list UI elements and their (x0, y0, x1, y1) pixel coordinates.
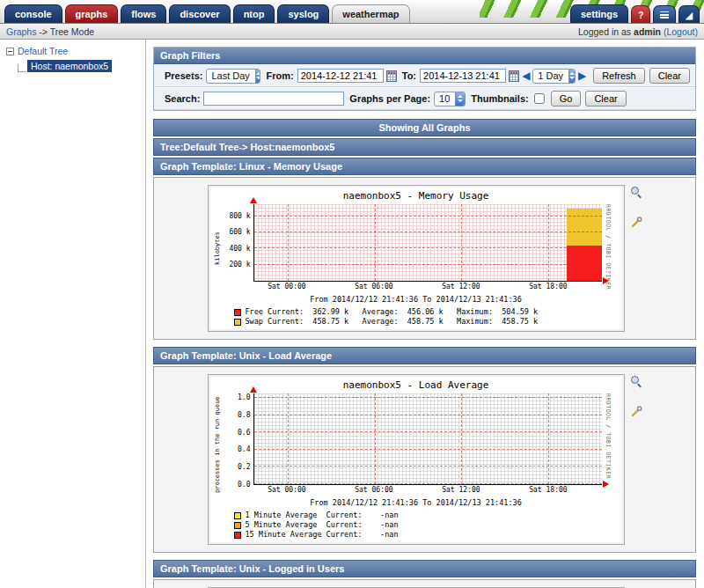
tree-path-value: Default Tree-> (183, 142, 250, 152)
shift-right-icon[interactable]: ▶ (578, 70, 586, 81)
to-input[interactable] (420, 69, 506, 83)
y-axis-ticks: 0.00.20.40.60.81.0 (224, 393, 253, 485)
logged-in-user: admin (634, 26, 661, 37)
rrd-graph-load-average[interactable]: naemonbox5 - Load Average processes in t… (208, 374, 625, 545)
tab-console[interactable]: console (4, 4, 62, 23)
calendar-icon[interactable] (509, 70, 519, 82)
tab-discover[interactable]: discover (169, 4, 230, 23)
presets-select[interactable]: Last Day (206, 69, 260, 84)
graph-template-header: Graph Template: Unix - Load Average (153, 347, 696, 364)
logged-in-prefix: Logged in as (578, 26, 634, 37)
graph-title: naemonbox5 - Load Average (211, 379, 621, 391)
collapse-icon[interactable] (6, 48, 14, 55)
graph-legend: Free Current: 362.99 k Average: 456.06 k… (234, 307, 621, 327)
logout-link[interactable]: (Logout) (664, 26, 698, 37)
tree-branch-icon (18, 64, 26, 72)
x-axis-ticks: Sat 00:00Sat 06:00Sat 12:00Sat 18:00 (253, 283, 602, 293)
tab-bar: console graphs flows discover ntop syslo… (0, 0, 704, 24)
plot-area (253, 393, 602, 485)
per-page-value: 10 (435, 92, 455, 106)
tab-syslog[interactable]: syslog (277, 4, 329, 23)
legend-text: 15 Minute Average Current: -nan (246, 530, 399, 540)
tab-weathermap[interactable]: weathermap (332, 4, 409, 23)
tree-root-link[interactable]: Default Tree (18, 46, 68, 56)
graph-filters-title: Graph Filters (154, 48, 695, 64)
select-stepper-icon (455, 92, 465, 106)
tab-ntop[interactable]: ntop (233, 4, 275, 23)
legend-text: 1 Minute Average Current: -nan (246, 511, 399, 520)
y-axis-ticks: 200 k400 k600 k800 k (224, 204, 253, 282)
from-label: From: (266, 70, 293, 81)
graph-action-icons (631, 185, 642, 243)
filter-row-time: Presets: Last Day From: To: ◀ 1 Day ▶ Re… (154, 64, 695, 87)
rrd-graph-memory-usage[interactable]: naemonbox5 - Memory Usage kilobytes 200 … (208, 185, 625, 332)
to-label: To: (402, 70, 416, 81)
graph-action-icons (631, 374, 642, 432)
wrench-icon[interactable] (631, 406, 642, 417)
tree-root-item: Default Tree (0, 46, 145, 56)
shift-left-icon[interactable]: ◀ (522, 70, 530, 81)
wrench-icon[interactable] (631, 217, 642, 228)
refresh-button[interactable]: Refresh (593, 68, 645, 84)
filter-row-search: Search: Graphs per Page: 10 Thumbnails: … (154, 87, 695, 110)
graph-legend: 1 Minute Average Current: -nan5 Minute A… (234, 511, 621, 540)
legend-text: 5 Minute Average Current: -nan (246, 520, 399, 530)
help-icon: ? (638, 12, 643, 19)
tab-flows[interactable]: flows (121, 4, 166, 23)
breadcrumb-graphs-link[interactable]: Graphs (6, 26, 36, 37)
y-axis-label: kilobytes (211, 204, 224, 293)
tab-help[interactable]: ? (631, 5, 650, 23)
per-page-select[interactable]: 10 (434, 92, 466, 107)
thumbnails-label: Thumbnails: (471, 93, 528, 104)
legend-row: Swap Current: 458.75 k Average: 458.75 k… (234, 317, 621, 327)
login-status: Logged in as admin (Logout) (578, 26, 698, 37)
graph-template-name: Linux - Memory Usage (239, 161, 342, 172)
tree-host-link[interactable]: Host: naemonbox5 (27, 60, 112, 72)
timespan-select[interactable]: 1 Day (532, 69, 576, 84)
go-button[interactable]: Go (551, 91, 582, 107)
timespan-value: 1 Day (533, 70, 568, 83)
graph-template-header: Graph Template: Linux - Memory Usage (153, 158, 696, 175)
legend-color-swatch (234, 309, 241, 316)
graph-panel: naemonbox5 - Memory Usage kilobytes 200 … (153, 177, 696, 340)
zoom-icon[interactable] (631, 187, 642, 198)
tree-path-header: Tree:Default Tree-> Host:naemonbox5 (153, 138, 696, 156)
right-tab-group: settings ? ◢ (570, 4, 704, 23)
tree-host-item: Host: naemonbox5 (18, 60, 145, 72)
tree-path-label: Tree: (160, 142, 183, 152)
graph-template-label: Graph Template: (160, 161, 237, 172)
tab-list[interactable] (653, 5, 676, 23)
clear-search-button[interactable]: Clear (585, 91, 626, 107)
graph-filters-box: Graph Filters Presets: Last Day From: To… (153, 47, 696, 111)
clear-button[interactable]: Clear (649, 68, 690, 84)
legend-text: Free Current: 362.99 k Average: 456.06 k… (246, 307, 539, 317)
graph-panel: naemonbox5 - Logged in Users 0.81.0 RRDT… (153, 579, 696, 588)
legend-color-swatch (234, 532, 241, 539)
legend-row: 1 Minute Average Current: -nan (234, 511, 621, 520)
x-axis-ticks: Sat 00:00Sat 06:00Sat 12:00Sat 18:00 (253, 487, 602, 496)
select-stepper-icon (568, 70, 575, 83)
graph-template-name: Unix - Logged in Users (239, 563, 345, 574)
calendar-icon[interactable] (386, 70, 397, 82)
showing-all-graphs-header: Showing All Graphs (153, 119, 696, 136)
graph-time-range: From 2014/12/12 21:41:36 To 2014/12/13 2… (211, 295, 621, 304)
main-content: Graph Filters Presets: Last Day From: To… (146, 40, 704, 588)
graph-template-label: Graph Template: (160, 350, 237, 361)
tree-sidebar: Default Tree Host: naemonbox5 (0, 40, 146, 588)
graph-template-name: Unix - Load Average (239, 350, 333, 361)
breadcrumb: Graphs -> Tree Mode (6, 26, 94, 37)
thumbnails-checkbox[interactable] (534, 93, 545, 104)
area-chart-icon: ◢ (686, 12, 693, 19)
breadcrumb-mode: -> Tree Mode (36, 26, 94, 37)
host-path-value: Host:naemonbox5 (250, 142, 334, 152)
tab-settings[interactable]: settings (570, 4, 628, 23)
tab-graph-view[interactable]: ◢ (678, 5, 700, 23)
presets-value: Last Day (207, 70, 254, 83)
legend-color-swatch (234, 522, 241, 529)
zoom-icon[interactable] (631, 376, 642, 387)
search-input[interactable] (203, 92, 344, 106)
graph-title: naemonbox5 - Memory Usage (211, 190, 621, 202)
plot-area (253, 204, 602, 282)
tab-graphs[interactable]: graphs (65, 4, 119, 23)
from-input[interactable] (297, 69, 384, 83)
